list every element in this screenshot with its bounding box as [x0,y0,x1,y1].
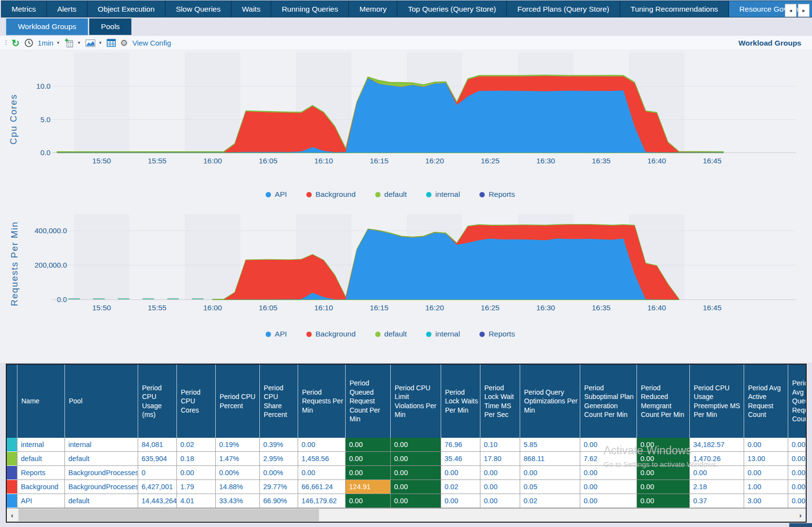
column-header[interactable]: Period Reduced Memgrant Count Per Min [637,365,690,438]
cell-value[interactable]: 0.00 [580,494,637,508]
column-header[interactable]: Period Lock Wait Time MS Per Sec [480,365,520,438]
cell-value[interactable]: 0.00 [298,438,346,452]
table-row-default[interactable]: defaultdefault635,9040.181.47%2.95%1,458… [7,452,806,466]
column-header[interactable]: Period Query Optimizations Per Min [520,365,580,438]
cell-value[interactable]: 33.43% [216,494,260,508]
sub-tab-workload-groups[interactable]: Workload Groups [6,18,88,35]
cell-value[interactable]: 0.00 [637,452,690,466]
cell-value[interactable]: 0.19% [216,438,260,452]
legend-item-background[interactable]: Background [306,330,356,338]
column-header[interactable]: Period Lock Waits Per Min [441,365,480,438]
cell-value[interactable]: 1.00 [744,480,788,494]
cell-value[interactable]: 34,182.57 [690,438,744,452]
cell-value[interactable]: 3.00 [744,494,788,508]
legend-item-internal[interactable]: internal [426,330,460,338]
refresh-icon[interactable]: ↻ [12,39,20,48]
column-header[interactable]: Period Avg Queued Request Count [788,365,806,438]
cell-value[interactable]: 0.00 [391,438,441,452]
cell-value[interactable]: 0.00 [441,494,480,508]
main-tab-top-queries-query-store-[interactable]: Top Queries (Query Store) [398,1,506,17]
column-header[interactable]: Period Suboptimal Plan Generation Count … [580,365,637,438]
tab-scroll-right-icon[interactable]: ► [798,4,810,17]
cell-value[interactable]: 29.77% [260,480,298,494]
cell-value[interactable]: 0.00 [298,466,346,480]
cell-value[interactable]: 5.85 [520,438,580,452]
cell-pool[interactable]: BackgroundProcesses [65,480,138,494]
scroll-left-icon[interactable]: ‹ [7,509,17,522]
cell-value[interactable]: 0.00 [744,438,788,452]
main-tab-object-execution[interactable]: Object Execution [88,1,165,17]
cell-value[interactable]: 868.11 [520,452,580,466]
cell-value[interactable]: 0.00 [637,480,690,494]
cell-value[interactable]: 0.00 [391,494,441,508]
cell-value[interactable]: 0.00 [788,438,806,452]
cell-value[interactable]: 0.05 [520,480,580,494]
column-header[interactable]: Period CPU Cores [177,365,216,438]
cell-value[interactable]: 0.00 [744,466,788,480]
cell-value[interactable]: 2.95% [260,452,298,466]
cell-value[interactable]: 0.02 [520,494,580,508]
cell-value[interactable]: 0.00 [580,466,637,480]
cell-value[interactable]: 0.00 [480,466,520,480]
scrollbar-thumb[interactable] [18,509,319,521]
main-tab-metrics[interactable]: Metrics [1,1,46,17]
scroll-right-icon[interactable]: › [795,509,806,522]
column-header[interactable]: Period CPU Share Percent [260,365,298,438]
cell-value[interactable]: 0.00 [391,452,441,466]
column-header[interactable]: Period Avg Active Request Count [744,365,788,438]
table-row-background[interactable]: BackgroundBackgroundProcesses6,427,0011.… [7,480,806,494]
cell-value[interactable]: 635,904 [138,452,177,466]
cell-value[interactable]: 0.00 [480,480,520,494]
cell-value[interactable]: 0.00 [441,466,480,480]
cell-value[interactable]: 0.00 [637,466,690,480]
cell-value[interactable]: 66.90% [260,494,298,508]
cell-name[interactable]: Background [17,480,65,494]
sub-tab-pools[interactable]: Pools [89,18,131,35]
cell-value[interactable]: 0.00 [346,466,391,480]
cell-value[interactable]: 14,443,264 [138,494,177,508]
column-header[interactable]: Period CPU Limit Violations Per Min [391,365,441,438]
cell-value[interactable]: 0.00 [391,466,441,480]
cell-value[interactable]: 0.39% [260,438,298,452]
view-config-link[interactable]: View Config [132,39,171,47]
cpu-cores-chart[interactable]: 0.05.010.015:5015:5516:0016:0516:1016:15… [0,50,812,182]
cell-value[interactable]: 17.80 [480,452,520,466]
cell-value[interactable]: 0 [138,466,177,480]
cell-name[interactable]: API [17,494,65,508]
cell-value[interactable]: 0.00 [637,438,690,452]
main-tab-alerts[interactable]: Alerts [47,1,87,17]
cell-value[interactable]: 0.00% [260,466,298,480]
cell-value[interactable]: 7.62 [580,452,637,466]
cell-value[interactable]: 146,179.62 [298,494,346,508]
column-header[interactable]: Period Queued Request Count Per Min [346,365,391,438]
cell-value[interactable]: 0.00 [788,452,806,466]
legend-item-default[interactable]: default [375,190,407,199]
cell-value[interactable]: 0.00 [480,494,520,508]
legend-item-internal[interactable]: internal [426,190,460,199]
cell-value[interactable]: 0.00 [391,480,441,494]
cell-value[interactable]: 0.10 [480,438,520,452]
column-header[interactable]: Period Requests Per Min [298,365,346,438]
main-tab-slow-queries[interactable]: Slow Queries [166,1,231,17]
legend-item-api[interactable]: API [266,190,287,199]
main-tab-memory[interactable]: Memory [349,1,397,17]
column-header[interactable]: Pool [65,365,138,438]
main-tab-waits[interactable]: Waits [232,1,271,17]
cell-value[interactable]: 0.00 [346,494,391,508]
legend-item-api[interactable]: API [266,330,287,338]
column-header[interactable]: Period CPU Usage (ms) [138,365,177,438]
legend-item-background[interactable]: Background [306,190,356,199]
cell-value[interactable]: 0.00 [580,480,637,494]
cell-pool[interactable]: BackgroundProcesses [65,466,138,480]
cell-value[interactable]: 0.00 [788,466,806,480]
cell-value[interactable]: 0.37 [690,494,744,508]
grid-view-icon[interactable] [107,39,116,47]
cell-value[interactable]: 0.00 [346,438,391,452]
cell-value[interactable]: 66,661.24 [298,480,346,494]
cell-value[interactable]: 0.00 [690,466,744,480]
add-metric-icon[interactable] [64,38,74,48]
main-tab-forced-plans-query-store-[interactable]: Forced Plans (Query Store) [507,1,620,17]
requests-per-min-chart[interactable]: 0.0200,000.0400,000.015:5015:5516:0016:0… [0,206,812,326]
cell-value[interactable]: 0.00 [346,452,391,466]
legend-item-reports[interactable]: Reports [479,330,515,338]
